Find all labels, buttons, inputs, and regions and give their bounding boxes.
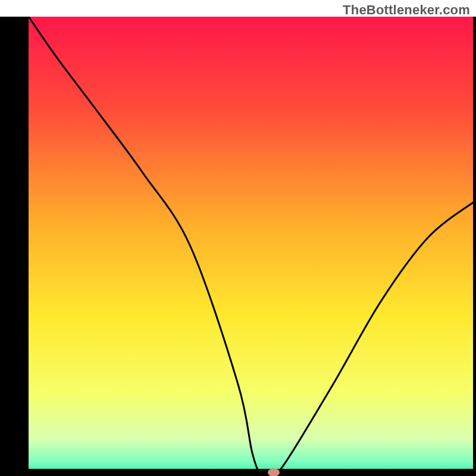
chart-container: TheBottleneker.com xyxy=(0,0,476,476)
watermark-text: TheBottleneker.com xyxy=(343,2,470,18)
gradient-background xyxy=(29,17,476,476)
frame-left xyxy=(0,17,29,476)
frame-right xyxy=(473,17,476,476)
frame-bottom xyxy=(0,469,476,476)
chart-frame xyxy=(0,17,476,476)
bottleneck-chart xyxy=(0,17,476,476)
